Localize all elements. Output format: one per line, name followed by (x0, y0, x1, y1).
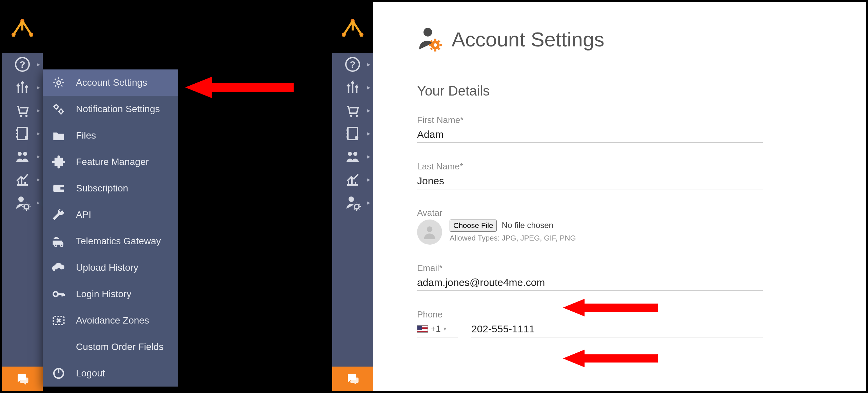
chevron-right-icon: ▸ (37, 199, 40, 206)
chevron-right-icon: ▸ (37, 176, 40, 183)
avatar-placeholder (417, 220, 442, 245)
sidebar: ? ▸ ▸ ▸ ▸ ▸ ▸ (332, 2, 373, 391)
chat-button[interactable] (332, 367, 373, 391)
chevron-right-icon: ▸ (367, 84, 370, 91)
menu-item-avoidance-zones[interactable]: Avoidance Zones (43, 307, 178, 334)
first-name-input[interactable] (417, 127, 763, 143)
menu-item-login-history[interactable]: Login History (43, 281, 178, 307)
svg-point-39 (353, 152, 357, 156)
phone-label: Phone (417, 309, 763, 320)
menu-label: Subscription (76, 183, 128, 194)
svg-point-34 (350, 115, 352, 117)
chevron-right-icon: ▸ (367, 61, 370, 68)
svg-point-21 (55, 244, 57, 247)
chat-button[interactable] (2, 367, 43, 391)
analytics-icon (344, 171, 361, 188)
sidebar-item-team[interactable]: ▸ (2, 145, 43, 168)
sidebar-item-help[interactable]: ? ▸ (332, 53, 373, 76)
screenshot-panel-right: ? ▸ ▸ ▸ ▸ ▸ ▸ (330, 0, 868, 393)
sidebar-item-routes[interactable]: ▸ (332, 76, 373, 99)
screenshot-panel-left: ? ▸ ▸ ▸ ▸ ▸ ▸ (0, 0, 330, 393)
menu-item-files[interactable]: Files (43, 122, 178, 149)
notify-gear-icon (52, 102, 66, 116)
svg-point-10 (25, 136, 28, 139)
account-gear-icon (14, 194, 31, 211)
last-name-label: Last Name* (417, 161, 763, 172)
menu-item-upload-history[interactable]: Upload History (43, 254, 178, 281)
sidebar-item-orders[interactable]: ▸ (332, 99, 373, 122)
svg-point-8 (25, 115, 27, 117)
phone-input[interactable] (471, 321, 763, 337)
team-icon (344, 148, 361, 165)
sidebar-item-orders[interactable]: ▸ (2, 99, 43, 122)
wallet-icon (52, 181, 66, 195)
menu-item-account-settings[interactable]: Account Settings (43, 69, 178, 96)
svg-point-13 (18, 196, 24, 202)
svg-point-12 (23, 152, 27, 156)
sidebar-item-account[interactable]: ▸ (332, 191, 373, 214)
menu-item-telematics[interactable]: Telematics Gateway (43, 228, 178, 254)
logo (2, 2, 43, 53)
sidebar-item-analytics[interactable]: ▸ (332, 168, 373, 191)
svg-rect-19 (60, 187, 64, 190)
menu-label: Login History (76, 289, 131, 299)
chevron-right-icon: ▸ (37, 61, 40, 68)
menu-label: API (76, 209, 91, 220)
sidebar-item-help[interactable]: ? ▸ (2, 53, 43, 76)
country-code: +1 (431, 324, 441, 334)
chevron-down-icon: ▾ (443, 326, 446, 332)
email-input[interactable] (417, 275, 763, 291)
account-gear-icon (417, 26, 443, 53)
chevron-right-icon: ▸ (367, 176, 370, 183)
choose-file-button[interactable]: Choose File (450, 220, 497, 232)
menu-label: Account Settings (76, 77, 147, 88)
svg-point-17 (59, 110, 63, 113)
truck-signal-icon (52, 234, 66, 248)
zone-x-icon (52, 313, 66, 328)
menu-item-feature-manager[interactable]: Feature Manager (43, 149, 178, 175)
sidebar-item-addressbook[interactable]: ▸ (332, 122, 373, 145)
account-flyout-menu: Account Settings Notification Settings F… (43, 69, 178, 387)
svg-point-41 (354, 204, 359, 209)
chevron-right-icon: ▸ (367, 107, 370, 114)
last-name-input[interactable] (417, 173, 763, 189)
cloud-upload-icon (52, 261, 66, 275)
power-icon (52, 366, 66, 380)
sidebar-item-addressbook[interactable]: ▸ (2, 122, 43, 145)
routes-icon (14, 79, 31, 96)
section-heading: Your Details (417, 83, 852, 99)
svg-text:?: ? (19, 59, 25, 70)
menu-item-notification-settings[interactable]: Notification Settings (43, 96, 178, 122)
chevron-right-icon: ▸ (367, 130, 370, 137)
help-icon: ? (14, 56, 31, 73)
user-icon (421, 224, 438, 241)
key-icon (52, 287, 66, 301)
chevron-right-icon: ▸ (367, 153, 370, 160)
menu-label: Upload History (76, 262, 138, 273)
chevron-right-icon: ▸ (37, 130, 40, 137)
menu-label: Files (76, 130, 96, 141)
svg-point-38 (348, 152, 352, 156)
menu-label: Custom Order Fields (76, 342, 163, 352)
chevron-right-icon: ▸ (367, 199, 370, 206)
sidebar-item-account[interactable]: ▸ (2, 191, 43, 214)
svg-point-22 (60, 244, 63, 247)
chevron-right-icon: ▸ (37, 107, 40, 114)
sidebar-item-routes[interactable]: ▸ (2, 76, 43, 99)
cart-icon (14, 102, 31, 119)
menu-item-api[interactable]: API (43, 202, 178, 228)
phone-country-selector[interactable]: +1 ▾ (417, 324, 458, 337)
sidebar-item-team[interactable]: ▸ (332, 145, 373, 168)
svg-point-45 (427, 226, 433, 232)
sidebar-item-analytics[interactable]: ▸ (2, 168, 43, 191)
addressbook-icon (14, 125, 31, 142)
svg-point-23 (53, 292, 58, 296)
menu-item-custom-order-fields[interactable]: Custom Order Fields (43, 334, 178, 360)
menu-item-logout[interactable]: Logout (43, 360, 178, 387)
file-hint: Allowed Types: JPG, JPEG, GIF, PNG (450, 234, 576, 243)
chat-icon (15, 372, 29, 386)
menu-item-subscription[interactable]: Subscription (43, 175, 178, 202)
menu-label: Avoidance Zones (76, 315, 149, 326)
svg-point-14 (24, 204, 29, 209)
folder-icon (52, 128, 66, 143)
